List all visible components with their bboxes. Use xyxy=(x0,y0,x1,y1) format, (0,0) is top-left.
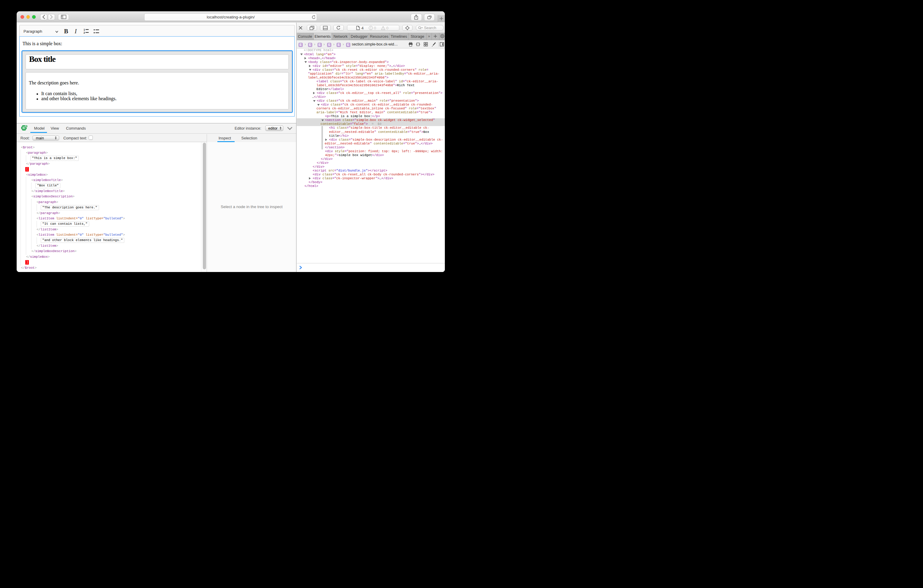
svg-text:5: 5 xyxy=(26,125,27,127)
svg-text:1: 1 xyxy=(84,28,85,31)
svg-text:2: 2 xyxy=(84,31,85,34)
